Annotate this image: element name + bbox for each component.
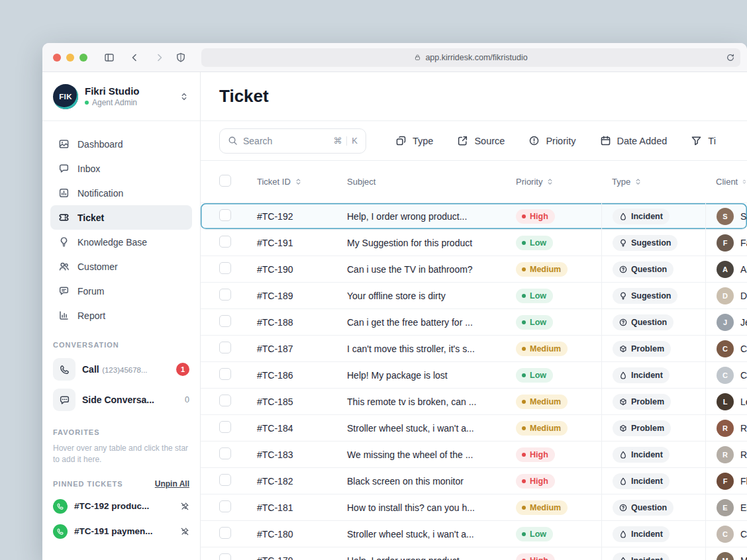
filter-button-priority[interactable]: Priority [528, 135, 575, 146]
reload-icon[interactable] [726, 53, 735, 62]
type-label: Incident [631, 530, 663, 539]
question-icon [619, 504, 627, 512]
row-checkbox[interactable] [219, 289, 231, 301]
table-row[interactable]: #TC-189 Your offline store is dirty Low … [201, 283, 747, 309]
row-checkbox[interactable] [219, 421, 231, 433]
workspace-switcher[interactable]: FIK Fikri Studio Agent Admin [42, 72, 200, 121]
sort-icon[interactable] [295, 178, 302, 185]
priority-dot [522, 241, 526, 245]
url-bar[interactable]: app.kirridesk.com/fikristudio [201, 48, 740, 67]
table-row[interactable]: #TC-183 We missing the wheel of the ... … [201, 442, 747, 468]
table-row[interactable]: #TC-191 My Suggestion for this product L… [201, 230, 747, 256]
type-badge: Question [613, 261, 673, 277]
unpin-icon[interactable] [180, 502, 189, 511]
sidebar-item-notification[interactable]: Notification [50, 181, 192, 205]
row-checkbox[interactable] [219, 368, 231, 380]
row-checkbox[interactable] [219, 395, 231, 406]
row-checkbox[interactable] [219, 262, 231, 274]
priority-dot [522, 373, 526, 377]
row-checkbox[interactable] [219, 474, 231, 486]
sidebar-item-forum[interactable]: Forum [50, 279, 192, 303]
sort-icon[interactable] [546, 178, 554, 185]
sort-icon[interactable] [634, 178, 642, 185]
header-cell-ticket-id[interactable]: Ticket ID [244, 177, 332, 187]
table-row[interactable]: #TC-187 I can't move this stroller, it's… [201, 336, 747, 362]
client-name: Flo [740, 476, 747, 487]
type-badge: Incident [613, 553, 670, 560]
client-cell: C Ca [705, 521, 747, 547]
subject-cell: How to install this? can you h... [332, 502, 503, 513]
table-row[interactable]: #TC-192 Help, I order wrong product... H… [201, 203, 747, 230]
select-all-checkbox[interactable] [219, 175, 231, 187]
ticket-id-cell: #TC-179 [244, 555, 332, 560]
sidebar-item-dashboard[interactable]: Dashboard [50, 132, 192, 156]
header-cell-priority[interactable]: Priority [503, 177, 601, 187]
back-icon[interactable] [128, 52, 140, 64]
shield-icon[interactable] [175, 52, 187, 64]
row-checkbox[interactable] [219, 447, 231, 459]
row-checkbox[interactable] [219, 500, 231, 512]
ticket-id-cell: #TC-190 [244, 264, 332, 275]
row-checkbox[interactable] [219, 342, 231, 353]
client-avatar: F [717, 234, 734, 252]
sidebar-item-label: Dashboard [77, 139, 123, 150]
controls-row: ⌘ K Type Source Priority Date Added Ti [201, 121, 747, 161]
header-cell-client[interactable]: Client [705, 161, 747, 203]
type-label: Incident [631, 556, 663, 560]
pinned-tickets-header: PINNED TICKETS Unpin All [42, 466, 200, 494]
pinned-ticket-item[interactable]: #TC-192 produc... [42, 494, 200, 519]
sidebar-item-inbox[interactable]: Inbox [50, 156, 192, 181]
search-box[interactable]: ⌘ K [219, 128, 366, 154]
table-row[interactable]: #TC-180 Stroller wheel stuck, i wan't a.… [201, 521, 747, 547]
zoom-button[interactable] [79, 54, 87, 62]
type-badge: Incident [613, 526, 670, 542]
row-checkbox[interactable] [219, 209, 231, 221]
sidebar-item-ticket[interactable]: Ticket [50, 205, 192, 230]
filter-button-date-added[interactable]: Date Added [600, 135, 668, 146]
filter-button-source[interactable]: Source [457, 135, 505, 146]
table-row[interactable]: #TC-186 Help! My package is lost Low Inc… [201, 362, 747, 389]
priority-dot [522, 267, 526, 271]
row-checkbox[interactable] [219, 553, 231, 560]
whatsapp-icon [56, 528, 64, 536]
pinned-section-label: PINNED TICKETS [53, 480, 123, 488]
workspace-role: Agent Admin [85, 98, 172, 107]
row-checkbox[interactable] [219, 527, 231, 539]
row-checkbox[interactable] [219, 315, 231, 327]
pinned-ticket-item[interactable]: #TC-191 paymen... [42, 519, 200, 544]
table-row[interactable]: #TC-185 This remote tv is broken, can ..… [201, 389, 747, 415]
close-button[interactable] [53, 54, 61, 62]
sidebar-item-customer[interactable]: Customer [50, 254, 192, 279]
unpin-all-button[interactable]: Unpin All [155, 479, 189, 489]
sort-icon[interactable] [742, 178, 747, 185]
conversation-item-call[interactable]: Call (123)45678... 1 [42, 354, 200, 385]
priority-label: Low [530, 318, 546, 327]
search-input[interactable] [243, 136, 328, 146]
table-row[interactable]: #TC-179 Help, I order wrong product... H… [201, 547, 747, 560]
header-cell-type[interactable]: Type [601, 161, 705, 203]
type-badge: Problem [613, 394, 671, 410]
conversation-item-side-conversa[interactable]: Side Conversa... 0 [42, 385, 200, 415]
chevron-updown-icon [179, 91, 189, 102]
shortcut-divider [346, 136, 347, 146]
priority-dot [522, 532, 526, 536]
sidebar-toggle-icon[interactable] [103, 52, 115, 64]
minimize-button[interactable] [66, 54, 74, 62]
sidebar-item-knowledge-base[interactable]: Knowledge Base [50, 230, 192, 254]
unpin-icon[interactable] [180, 527, 189, 536]
row-checkbox[interactable] [219, 236, 231, 248]
priority-badge: Medium [516, 342, 568, 356]
priority-badge: High [516, 474, 555, 489]
type-label: Problem [631, 344, 664, 353]
sidebar-item-report[interactable]: Report [50, 303, 192, 328]
table-row[interactable]: #TC-188 Can i get the free battery for .… [201, 309, 747, 336]
filter-button-type[interactable]: Type [395, 135, 433, 146]
workspace-name: Fikri Studio [85, 85, 172, 97]
table-row[interactable]: #TC-190 Can i use the TV in bathroom? Me… [201, 256, 747, 283]
forward-icon[interactable] [154, 52, 166, 64]
table-row[interactable]: #TC-182 Black screen on this monitor Hig… [201, 468, 747, 494]
sidebar-item-label: Report [77, 310, 105, 321]
table-row[interactable]: #TC-181 How to install this? can you h..… [201, 494, 747, 521]
table-row[interactable]: #TC-184 Stroller wheel stuck, i wan't a.… [201, 415, 747, 442]
filter-button-ti[interactable]: Ti [691, 135, 716, 146]
